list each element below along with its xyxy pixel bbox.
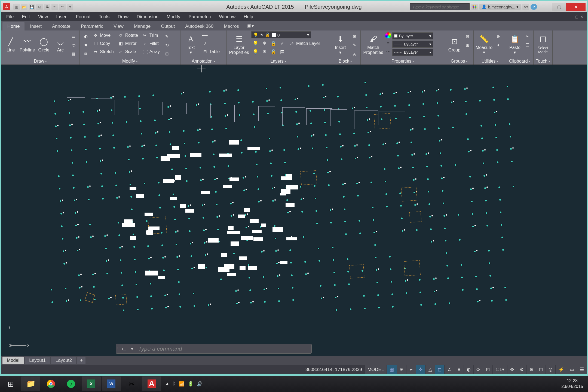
fillet-button[interactable]: ⌐Fillet bbox=[141, 39, 161, 48]
layer-lock-icon[interactable]: 🔒 bbox=[269, 39, 277, 47]
tab-home[interactable]: Home bbox=[2, 22, 24, 30]
taskbar-autocad-icon[interactable]: A bbox=[142, 376, 161, 391]
tab-output[interactable]: Output bbox=[156, 22, 180, 30]
transparency-toggle-icon[interactable]: ◐ bbox=[464, 365, 473, 374]
block-edit-icon[interactable]: ✎ bbox=[350, 41, 359, 49]
rotate-button[interactable]: ↻Rotate bbox=[117, 31, 140, 39]
rectangle-icon[interactable]: ▭ bbox=[69, 32, 78, 41]
menu-draw[interactable]: Draw bbox=[114, 13, 132, 21]
taskbar-chrome-icon[interactable] bbox=[41, 376, 60, 391]
layer-off-icon[interactable]: 💡 bbox=[251, 39, 259, 47]
panel-modify-title[interactable]: Modify bbox=[81, 58, 179, 65]
menu-file[interactable]: File bbox=[2, 13, 17, 21]
tab-macros[interactable]: Macros bbox=[219, 22, 244, 30]
taskbar-snip-icon[interactable]: ✂ bbox=[122, 376, 141, 391]
start-button[interactable]: ⊞ bbox=[1, 376, 20, 391]
ellipse-icon[interactable]: ⬭ bbox=[69, 41, 78, 49]
panel-utilities-title[interactable]: Utilities bbox=[475, 58, 504, 65]
select-mode-button[interactable]: ☐Select Mode bbox=[535, 31, 551, 57]
cmd-recent-icon[interactable]: ▾ bbox=[128, 345, 136, 352]
tab-layout2[interactable]: Layout2 bbox=[51, 357, 76, 364]
isolate-icon[interactable]: ◎ bbox=[546, 365, 555, 374]
snap-toggle-icon[interactable]: ⊞ bbox=[397, 365, 406, 374]
tab-parametric[interactable]: Parametric bbox=[76, 22, 108, 30]
util2-icon[interactable]: ✦ bbox=[494, 41, 503, 49]
block-create-icon[interactable]: ⊞ bbox=[350, 32, 359, 41]
command-input[interactable]: Type a command bbox=[136, 345, 311, 352]
line-button[interactable]: ╱Line bbox=[3, 31, 19, 57]
color-dropdown[interactable]: ByLayer▾ bbox=[392, 32, 433, 39]
cut-icon[interactable]: ✂ bbox=[523, 32, 532, 41]
util1-icon[interactable]: ⊕ bbox=[494, 32, 503, 41]
menu-format[interactable]: Format bbox=[72, 13, 94, 21]
lineweight-icon[interactable]: ≡ bbox=[385, 41, 391, 48]
help-icon[interactable]: ? bbox=[531, 4, 537, 10]
otrack-toggle-icon[interactable]: ∠ bbox=[445, 365, 454, 374]
qat-saveas-icon[interactable]: ⎘ bbox=[36, 4, 43, 10]
taskbar-explorer-icon[interactable]: 📁 bbox=[21, 376, 40, 391]
quickprops-toggle-icon[interactable]: ⊡ bbox=[483, 365, 492, 374]
customize-status-icon[interactable]: ☰ bbox=[577, 365, 587, 374]
arc-button[interactable]: ◡Arc bbox=[53, 31, 68, 57]
qat-open-icon[interactable]: 📂 bbox=[21, 4, 27, 10]
qat-undo-icon[interactable]: ↶ bbox=[51, 4, 58, 10]
ungroup-icon[interactable]: ⊟ bbox=[463, 32, 472, 41]
hatch-icon[interactable]: ▦ bbox=[69, 50, 78, 58]
tab-manage[interactable]: Manage bbox=[129, 22, 155, 30]
modify-extra2-icon[interactable]: ⟲ bbox=[163, 41, 171, 49]
block-attr-icon[interactable]: A bbox=[350, 50, 359, 58]
layer-on-icon[interactable]: 💡 bbox=[251, 48, 259, 56]
insert-block-button[interactable]: ⬇Insert▾ bbox=[332, 31, 349, 57]
taskbar-clock[interactable]: 12:28 23/04/2015 bbox=[558, 378, 587, 390]
menu-parametric[interactable]: Parametric bbox=[185, 13, 215, 21]
doc-window-controls[interactable]: — ▢ ✕ bbox=[569, 15, 586, 19]
layer-unlock-icon[interactable]: 🔓 bbox=[269, 48, 277, 56]
panel-layers-title[interactable]: Layers bbox=[228, 58, 328, 65]
menu-window[interactable]: Window bbox=[215, 13, 239, 21]
leader-icon[interactable]: ↗ bbox=[201, 39, 221, 48]
tab-model[interactable]: Model bbox=[2, 357, 24, 364]
layer-make-current-icon[interactable]: ✓ bbox=[278, 39, 286, 47]
app-icon[interactable]: A bbox=[3, 3, 10, 10]
table-button[interactable]: ⊞Table bbox=[201, 48, 221, 56]
trim-button[interactable]: ✂Trim bbox=[141, 31, 161, 39]
menu-view[interactable]: View bbox=[34, 13, 52, 21]
menu-insert[interactable]: Insert bbox=[52, 13, 72, 21]
qat-save-icon[interactable]: 💾 bbox=[29, 4, 35, 10]
workspace-icon[interactable]: ⚙ bbox=[517, 365, 526, 374]
paste-button[interactable]: 📋Paste▾ bbox=[508, 31, 522, 57]
menu-modify[interactable]: Modify bbox=[163, 13, 184, 21]
taskbar-word-icon[interactable]: W bbox=[102, 376, 121, 391]
panel-touch-title[interactable]: Touch bbox=[535, 58, 551, 65]
measure-button[interactable]: 📏Measure▾ bbox=[475, 31, 493, 57]
units-toggle-icon[interactable]: ⊡ bbox=[536, 365, 546, 374]
layer-thaw-icon[interactable]: ☀ bbox=[260, 48, 268, 56]
layer-freeze-icon[interactable]: ❄ bbox=[260, 39, 268, 47]
annotation-monitor-icon[interactable]: ⊕ bbox=[527, 365, 536, 374]
polyline-button[interactable]: 〰Polyline bbox=[20, 31, 35, 57]
offset-icon[interactable]: ⧉ bbox=[81, 50, 90, 58]
lineweight-toggle-icon[interactable]: ≡ bbox=[454, 365, 464, 374]
panel-annotation-title[interactable]: Annotation bbox=[182, 58, 225, 65]
clean-screen-icon[interactable]: ▭ bbox=[567, 365, 577, 374]
drawing-canvas[interactable]: YX ⋮ ›_ ▾ Type a command bbox=[1, 65, 587, 356]
polar-toggle-icon[interactable]: ✛ bbox=[416, 365, 425, 374]
panel-properties-title[interactable]: Properties bbox=[362, 58, 443, 65]
minimize-button[interactable]: — bbox=[539, 3, 552, 11]
panel-draw-title[interactable]: Draw bbox=[3, 58, 78, 65]
annotation-scale-icon[interactable]: ✥ bbox=[507, 365, 517, 374]
explode-icon[interactable]: ✹ bbox=[81, 41, 90, 49]
group-button[interactable]: ⊡Group bbox=[447, 31, 462, 57]
linetype-dropdown[interactable]: ByLayer▾ bbox=[392, 49, 433, 56]
model-space-button[interactable]: MODEL bbox=[365, 365, 387, 374]
tray-bluetooth-icon[interactable]: ᛒ bbox=[173, 381, 176, 387]
menu-dimension[interactable]: Dimension bbox=[133, 13, 162, 21]
qat-redo-icon[interactable]: ↷ bbox=[59, 4, 66, 10]
qat-new-icon[interactable]: ▥ bbox=[13, 4, 20, 10]
maximize-button[interactable]: ▢ bbox=[552, 3, 566, 11]
search-icon[interactable]: 👫 bbox=[471, 4, 478, 10]
menu-tools[interactable]: Tools bbox=[95, 13, 114, 21]
erase-icon[interactable]: ◐ bbox=[81, 32, 90, 41]
panel-block-title[interactable]: Block bbox=[332, 58, 359, 65]
tab-insert[interactable]: Insert bbox=[25, 22, 47, 30]
